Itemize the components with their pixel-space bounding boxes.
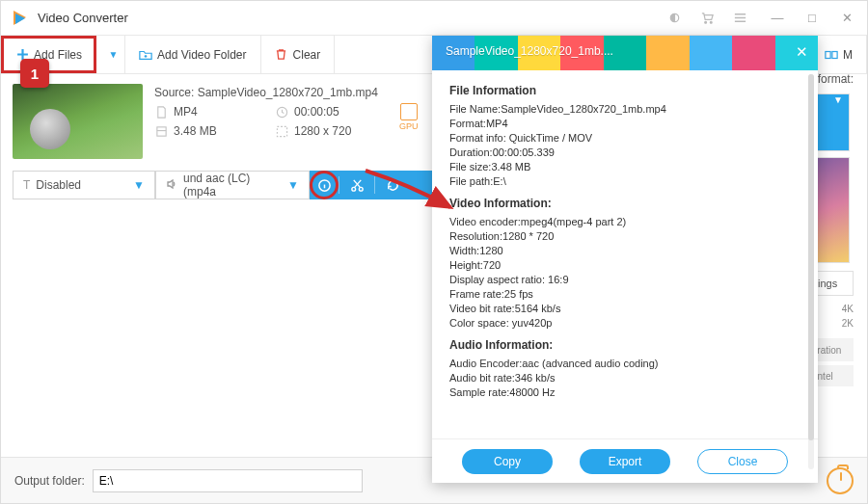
file-info: Source: SampleVideo_1280x720_1mb.mp4 MP4… — [154, 84, 378, 159]
dialog-header: SampleVideo_1280x720_1mb.... ✕ — [432, 36, 818, 70]
maximize-button[interactable]: □ — [801, 8, 823, 29]
app-window: Video Converter — □ ✕ Add Files ▼ Add Vi… — [0, 0, 868, 504]
trash-icon — [275, 48, 288, 62]
timer-icon[interactable] — [827, 467, 854, 494]
close-button[interactable]: ✕ — [836, 8, 857, 29]
scrollbar[interactable] — [808, 74, 814, 438]
output-folder-input[interactable] — [93, 469, 363, 492]
subtitle-icon: T — [23, 178, 30, 192]
dialog-title: SampleVideo_1280x720_1mb.... — [446, 44, 613, 58]
file-item: Source: SampleVideo_1280x720_1mb.mp4 MP4… — [13, 84, 437, 159]
chevron-down-icon: ▼ — [133, 178, 145, 192]
dialog-body: File Information File Name:SampleVideo_1… — [432, 70, 818, 438]
clear-button[interactable]: Clear — [261, 36, 336, 73]
audio-select[interactable]: und aac (LC) (mp4a ▼ — [155, 171, 310, 199]
theme-icon[interactable] — [666, 11, 682, 26]
app-logo-icon — [11, 9, 30, 28]
chevron-down-icon: ▼ — [287, 178, 299, 192]
add-folder-label: Add Video Folder — [157, 48, 247, 62]
output-folder-label: Output folder: — [14, 474, 85, 488]
merge-icon — [825, 48, 838, 62]
svg-rect-6 — [156, 126, 165, 135]
app-title: Video Converter — [38, 11, 666, 25]
info-vres: Resolution:1280 * 720 — [449, 230, 800, 242]
speaker-icon — [166, 178, 177, 193]
file-info-header: File Information — [449, 84, 800, 97]
export-button[interactable]: Export — [580, 449, 670, 474]
info-vbitrate: Video bit rate:5164 kb/s — [449, 303, 800, 314]
size-value: 3.48 MB — [174, 124, 217, 138]
info-dialog: SampleVideo_1280x720_1mb.... ✕ File Info… — [432, 36, 818, 483]
file-icon — [154, 105, 168, 119]
info-duration: Duration:00:00:05.339 — [449, 146, 800, 158]
window-controls: — □ ✕ — [767, 8, 857, 29]
dialog-close-icon[interactable]: ✕ — [796, 43, 808, 61]
svg-rect-7 — [277, 126, 286, 136]
video-info-header: Video Information: — [449, 197, 800, 210]
cart-icon[interactable] — [699, 11, 715, 26]
resolution-icon — [275, 124, 288, 138]
clear-label: Clear — [293, 48, 321, 62]
info-vcolor: Color space: yuv420p — [449, 317, 800, 329]
info-filepath: File path:E:\ — [449, 175, 800, 187]
dialog-footer: Copy Export Close — [432, 438, 818, 483]
info-vheight: Height:720 — [449, 259, 800, 271]
source-label: Source: SampleVideo_1280x720_1mb.mp4 — [154, 86, 378, 99]
folder-plus-icon — [139, 48, 152, 62]
titlebar-actions — [666, 11, 747, 26]
merge-label: M — [843, 48, 853, 62]
info-vencoder: Video encoder:mpeg4(mpeg-4 part 2) — [449, 216, 800, 227]
video-thumbnail[interactable] — [13, 84, 143, 159]
merge-button[interactable]: M — [811, 36, 867, 73]
gpu-label: GPU — [399, 121, 419, 131]
action-icons — [310, 171, 437, 199]
clock-icon — [275, 105, 288, 119]
chevron-down-icon: ▼ — [833, 94, 843, 105]
svg-point-2 — [710, 21, 712, 23]
quality-2k[interactable]: 2K — [842, 318, 854, 329]
close-button[interactable]: Close — [697, 449, 788, 474]
audio-value: und aac (LC) (mp4a — [183, 172, 282, 199]
gpu-badge: GPU — [399, 103, 419, 159]
cut-button[interactable] — [339, 171, 374, 199]
add-files-dropdown[interactable]: ▼ — [96, 36, 125, 73]
quality-4k[interactable]: 4K — [842, 304, 854, 314]
info-vwidth: Width:1280 — [449, 245, 800, 256]
info-formatinfo: Format info: QuickTime / MOV — [449, 132, 800, 144]
svg-point-9 — [351, 187, 355, 191]
format-value: MP4 — [174, 105, 198, 119]
svg-point-1 — [704, 21, 706, 23]
info-filesize: File size:3.48 MB — [449, 161, 800, 172]
info-filename: File Name:SampleVideo_1280x720_1mb.mp4 — [449, 103, 800, 115]
titlebar: Video Converter — □ ✕ — [1, 1, 867, 36]
duration-value: 00:00:05 — [294, 105, 339, 119]
subtitle-select[interactable]: T Disabled ▼ — [13, 171, 155, 199]
info-aencoder: Audio Encoder:aac (advanced audio coding… — [449, 358, 800, 369]
info-vfps: Frame rate:25 fps — [449, 288, 800, 300]
info-format: Format:MP4 — [449, 118, 800, 129]
step-badge-1: 1 — [20, 59, 49, 88]
copy-button[interactable]: Copy — [462, 449, 553, 474]
resolution-value: 1280 x 720 — [294, 124, 351, 138]
action-bar: T Disabled ▼ und aac (LC) (mp4a ▼ — [13, 171, 437, 199]
info-asample: Sample rate:48000 Hz — [449, 386, 800, 398]
info-vdar: Display aspect ratio: 16:9 — [449, 274, 800, 285]
add-folder-button[interactable]: Add Video Folder — [125, 36, 261, 73]
menu-icon[interactable] — [732, 11, 747, 26]
chip-icon — [400, 103, 418, 120]
svg-rect-4 — [832, 51, 837, 58]
minimize-button[interactable]: — — [767, 8, 788, 29]
info-button[interactable] — [310, 171, 339, 199]
subtitle-value: Disabled — [36, 178, 81, 192]
size-icon — [154, 124, 168, 138]
reload-button[interactable] — [375, 171, 410, 199]
audio-info-header: Audio Information: — [449, 338, 800, 352]
svg-rect-3 — [826, 51, 830, 58]
info-abitrate: Audio bit rate:346 kb/s — [449, 372, 800, 384]
svg-point-10 — [359, 187, 363, 191]
